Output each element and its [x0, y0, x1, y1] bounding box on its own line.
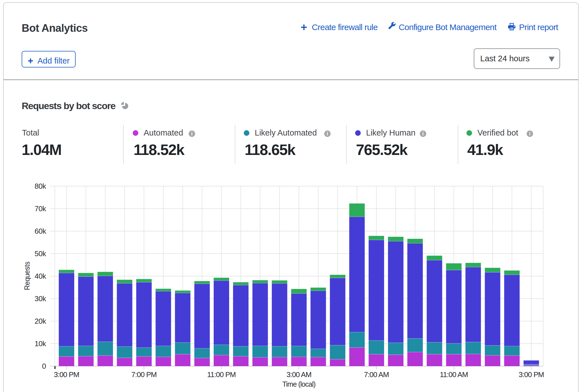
svg-text:Time (local): Time (local) — [282, 380, 315, 388]
svg-text:20k: 20k — [35, 317, 46, 325]
svg-text:70k: 70k — [35, 204, 46, 213]
svg-text:3:00 PM: 3:00 PM — [54, 370, 79, 379]
svg-text:40k: 40k — [35, 272, 46, 280]
svg-text:80k: 80k — [35, 182, 46, 190]
svg-text:3:00 PM: 3:00 PM — [519, 370, 544, 379]
svg-text:30k: 30k — [35, 294, 46, 303]
svg-text:11:00 PM: 11:00 PM — [207, 370, 236, 379]
svg-text:7:00 AM: 7:00 AM — [364, 370, 389, 379]
svg-text:7:00 PM: 7:00 PM — [131, 370, 157, 379]
svg-text:50k: 50k — [35, 249, 46, 258]
svg-text:0: 0 — [42, 362, 46, 370]
svg-text:10k: 10k — [35, 339, 46, 348]
svg-text:60k: 60k — [35, 227, 46, 235]
svg-text:3:00 AM: 3:00 AM — [287, 370, 311, 379]
svg-text:11:00 AM: 11:00 AM — [440, 370, 468, 379]
svg-text:Requests: Requests — [23, 262, 31, 290]
